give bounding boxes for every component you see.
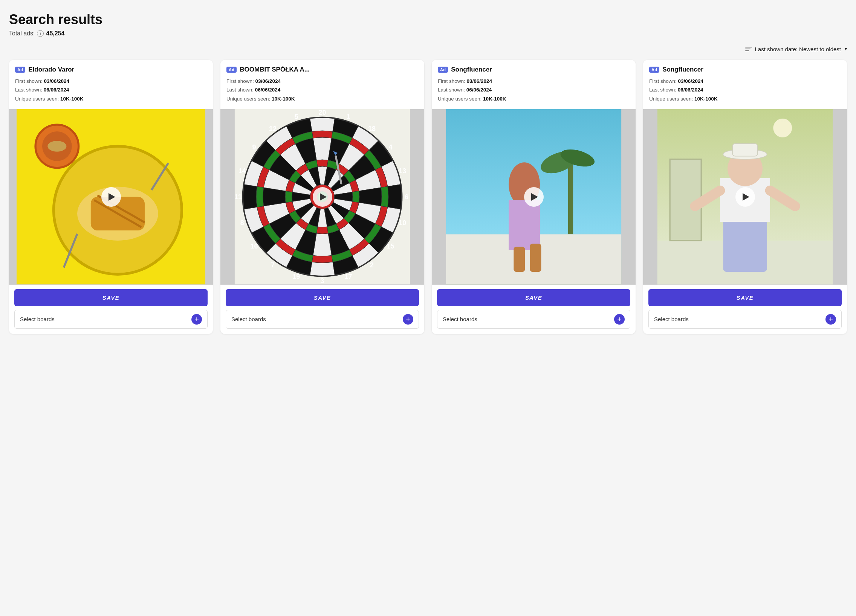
card-image-2: 2011841361015217319716811149125 [220,109,424,284]
play-button[interactable] [736,187,755,207]
play-button[interactable] [313,187,332,207]
card-advertiser-row: Ad Eldorado Varor [15,66,207,74]
svg-text:13: 13 [399,167,406,175]
select-boards-row[interactable]: Select boards + [226,310,419,329]
play-button[interactable] [102,187,121,207]
card-actions-4: SAVE Select boards + [643,285,847,334]
unique-users-row: Unique users seen: 10K-100K [15,96,207,103]
card-advertiser-row: Ad BOOMBIT SPÓŁKA A... [226,66,418,74]
svg-text:8: 8 [240,219,244,227]
first-shown-row: First shown: 03/06/2024 [15,78,207,85]
select-boards-label: Select boards [443,316,477,322]
first-shown-row: First shown: 03/06/2024 [649,78,841,85]
card-meta-1: Ad Eldorado Varor First shown: 03/06/202… [9,60,213,109]
svg-text:4: 4 [388,143,392,151]
sort-label: Last shown date: Newest to oldest [755,46,841,52]
play-button[interactable] [524,187,543,207]
ad-card-4: Ad Songfluencer First shown: 03/06/2024 … [643,60,847,334]
advertiser-name: Eldorado Varor [28,66,74,74]
ad-badge: Ad [438,67,448,73]
ad-badge: Ad [649,67,659,73]
svg-text:17: 17 [345,273,352,281]
page-title: Search results [9,12,847,27]
svg-text:5: 5 [294,113,298,120]
card-meta-3: Ad Songfluencer First shown: 03/06/2024 … [432,60,636,109]
card-advertiser-row: Ad Songfluencer [438,66,630,74]
card-actions-1: SAVE Select boards + [9,285,213,334]
header-bar: Last shown date: Newest to oldest ▾ [9,46,847,52]
svg-text:2: 2 [370,261,374,269]
sort-control[interactable]: Last shown date: Newest to oldest ▾ [745,46,847,52]
svg-text:10: 10 [399,219,406,227]
save-button[interactable]: SAVE [648,289,842,306]
select-boards-label: Select boards [20,316,55,322]
svg-text:20: 20 [319,109,326,116]
svg-text:18: 18 [368,125,376,132]
ad-card-1: Ad Eldorado Varor First shown: 03/06/202… [9,60,213,334]
select-boards-row[interactable]: Select boards + [648,310,842,329]
page-header: Search results Total ads: i 45,254 [9,12,847,37]
svg-text:14: 14 [239,167,246,175]
card-image-1 [9,109,213,284]
select-boards-label: Select boards [231,316,266,322]
svg-text:9: 9 [252,143,256,151]
info-icon[interactable]: i [37,30,44,37]
first-shown-row: First shown: 03/06/2024 [226,78,418,85]
save-button[interactable]: SAVE [437,289,630,306]
svg-text:12: 12 [269,125,277,132]
svg-text:7: 7 [271,261,275,269]
svg-point-48 [773,118,792,137]
card-actions-3: SAVE Select boards + [432,285,636,334]
add-board-button[interactable]: + [614,314,625,324]
save-button[interactable]: SAVE [14,289,208,306]
svg-point-10 [48,141,66,152]
add-board-button[interactable]: + [403,314,413,324]
svg-text:16: 16 [251,243,258,250]
advertiser-name: Songfluencer [662,66,704,74]
select-boards-row[interactable]: Select boards + [437,310,630,329]
unique-users-row: Unique users seen: 10K-100K [649,96,841,103]
card-actions-2: SAVE Select boards + [220,285,424,334]
svg-text:15: 15 [387,243,394,250]
svg-text:11: 11 [234,193,242,201]
card-meta-4: Ad Songfluencer First shown: 03/06/2024 … [643,60,847,109]
svg-rect-56 [733,144,757,156]
ad-card-3: Ad Songfluencer First shown: 03/06/2024 … [432,60,636,334]
save-button[interactable]: SAVE [226,289,419,306]
svg-rect-50 [723,216,767,272]
ad-badge: Ad [226,67,237,73]
svg-rect-45 [530,244,541,272]
card-meta-2: Ad BOOMBIT SPÓŁKA A... First shown: 03/0… [220,60,424,109]
card-image-3 [432,109,636,284]
add-board-button[interactable]: + [825,314,836,324]
svg-rect-43 [509,200,540,250]
sort-caret-icon: ▾ [845,46,847,52]
unique-users-row: Unique users seen: 10K-100K [438,96,630,103]
advertiser-name: BOOMBIT SPÓŁKA A... [240,66,310,74]
total-ads-label: Total ads: [9,30,35,37]
unique-users-row: Unique users seen: 10K-100K [226,96,418,103]
total-count: 45,254 [46,30,65,37]
total-ads-row: Total ads: i 45,254 [9,30,847,37]
ad-badge: Ad [15,67,25,73]
svg-rect-38 [568,159,573,234]
last-shown-row: Last shown: 06/06/2024 [438,87,630,94]
last-shown-row: Last shown: 06/06/2024 [226,87,418,94]
card-image-4 [643,109,847,284]
svg-text:1: 1 [346,113,350,120]
select-boards-label: Select boards [654,316,689,322]
advertiser-name: Songfluencer [451,66,492,74]
first-shown-row: First shown: 03/06/2024 [438,78,630,85]
sort-icon [745,47,752,51]
svg-text:19: 19 [293,273,300,281]
ad-card-2: Ad BOOMBIT SPÓŁKA A... First shown: 03/0… [220,60,424,334]
svg-text:3: 3 [321,278,324,285]
add-board-button[interactable]: + [191,314,202,324]
select-boards-row[interactable]: Select boards + [14,310,208,329]
last-shown-row: Last shown: 06/06/2024 [15,87,207,94]
svg-rect-44 [514,247,525,272]
cards-grid: Ad Eldorado Varor First shown: 03/06/202… [9,60,847,334]
svg-text:6: 6 [405,193,408,201]
last-shown-row: Last shown: 06/06/2024 [649,87,841,94]
card-advertiser-row: Ad Songfluencer [649,66,841,74]
